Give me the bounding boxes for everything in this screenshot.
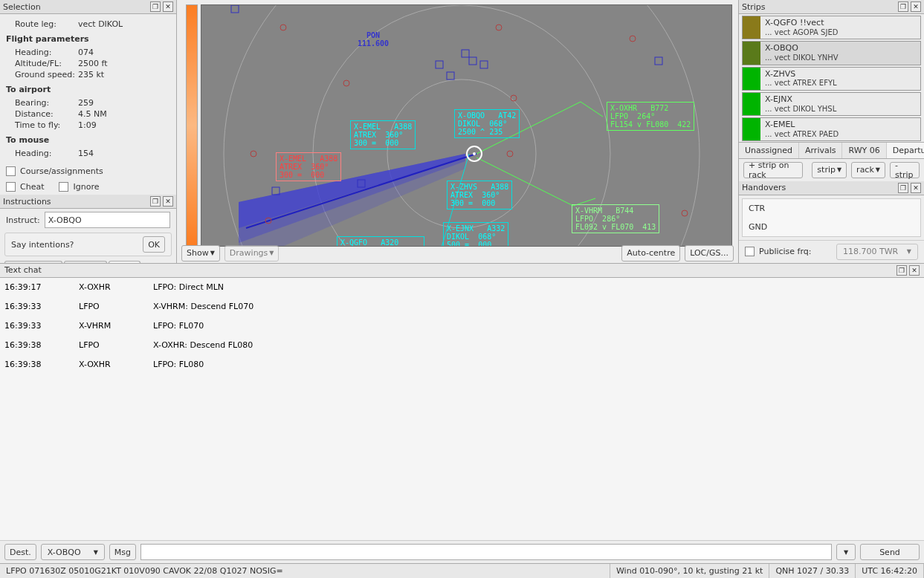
- chevron-down-icon: ▼: [907, 248, 911, 255]
- strip-on-rack-button[interactable]: + strip on rack: [743, 162, 803, 178]
- chevron-down-icon: ▼: [94, 549, 98, 556]
- chat-log[interactable]: 16:39:17X-OXHRLFPO: Direct MLN16:39:33LF…: [0, 278, 924, 542]
- freq-combo[interactable]: 118.700 TWR▼: [836, 244, 918, 260]
- strip-color: [743, 42, 760, 64]
- tag-vhrm[interactable]: X-VHRM B744 LFPO 286° FL092 v FL070 413: [572, 204, 659, 233]
- strip-color: [743, 16, 760, 39]
- ignore-checkbox[interactable]: [59, 182, 68, 192]
- strip-row[interactable]: X-EJNX... vect DIKOL YHSL: [742, 92, 921, 116]
- say-intentions-label: Say intentions?: [11, 240, 138, 250]
- metar-text: LFPO 071630Z 05010G21KT 010V090 CAVOK 22…: [0, 564, 610, 578]
- handovers-title: Handovers: [742, 183, 896, 192]
- chat-row: 16:39:33LFPOX-VHRM: Descend FL070: [0, 296, 924, 316]
- restore-icon[interactable]: ❐: [150, 1, 161, 12]
- rack-menu-button[interactable]: rack▼: [851, 162, 885, 178]
- strip-color: [743, 93, 760, 115]
- chat-row: 16:39:17X-OXHRLFPO: Direct MLN: [0, 278, 924, 297]
- drawings-button[interactable]: Drawings▼: [224, 245, 280, 262]
- qnh-text: QNH 1027 / 30.33: [769, 564, 856, 578]
- dist-value: 4.5 NM: [78, 109, 107, 119]
- cheat-checkbox[interactable]: [6, 182, 16, 192]
- tab-departures[interactable]: Departures: [887, 143, 924, 158]
- strips-list: X-QGFO !!vect... vect AGOPA SJEDX-OBQO..…: [739, 14, 924, 141]
- route-leg-value: vect DIKOL: [78, 19, 123, 29]
- dist-key: Distance:: [15, 109, 78, 119]
- dest-button[interactable]: Dest.: [4, 544, 36, 560]
- route-leg-key: Route leg:: [15, 19, 78, 29]
- close-icon[interactable]: ✕: [163, 1, 173, 12]
- svg-point-14: [343, 80, 349, 86]
- tag-emel[interactable]: X-EMEL A388 ATREX 360° 300 = 000: [350, 120, 416, 149]
- strip-row[interactable]: X-QGFO !!vect... vect AGOPA SJED: [742, 16, 921, 39]
- locgs-button[interactable]: LOC/GS...: [685, 245, 734, 262]
- altitude-ruler[interactable]: [186, 4, 198, 247]
- close-icon[interactable]: ✕: [163, 196, 173, 207]
- tag-oxhr[interactable]: X-OXHR B772 LFPO 264° FL154 v FL080 422: [607, 102, 694, 131]
- wind-text: Wind 010-090°, 10 kt, gusting 21 kt: [610, 564, 769, 578]
- course-checkbox[interactable]: [6, 166, 16, 176]
- selection-header: Selection ❐ ✕: [0, 0, 176, 14]
- tab-unassigned[interactable]: Unassigned: [739, 143, 799, 158]
- chevron-down-icon: ▼: [210, 250, 215, 256]
- strip-menu-button[interactable]: strip▼: [812, 162, 847, 178]
- to-airport-title: To airport: [6, 85, 170, 94]
- tab-rwy[interactable]: RWY 06: [842, 143, 886, 158]
- tag-warn[interactable]: X-EMEL A388 ATREX 360° 300 = 000: [276, 152, 341, 181]
- handovers-list[interactable]: CTR GND: [742, 198, 921, 237]
- close-icon[interactable]: ✕: [911, 1, 921, 12]
- chevron-down-icon: ▼: [844, 549, 848, 556]
- svg-rect-27: [469, 57, 476, 65]
- svg-rect-31: [231, 5, 239, 13]
- restore-icon[interactable]: ❐: [898, 183, 908, 193]
- svg-rect-24: [358, 180, 365, 187]
- publicise-checkbox[interactable]: [745, 247, 755, 256]
- strip-row[interactable]: X-OBQO... vect DIKOL YNHV: [742, 41, 921, 65]
- strips-header: Strips ❐ ✕: [739, 0, 924, 14]
- dest-combo[interactable]: X-OBQO▼: [41, 544, 105, 560]
- publicise-label: Publicise frq:: [759, 247, 812, 256]
- svg-point-18: [507, 151, 513, 157]
- remove-strip-button[interactable]: - strip: [890, 162, 920, 178]
- handover-item[interactable]: GND: [743, 218, 920, 236]
- svg-point-16: [265, 218, 271, 224]
- mouse-heading-value: 154: [78, 149, 94, 158]
- strip-text: X-QGFO !!vect... vect AGOPA SJED: [760, 16, 842, 39]
- strip-text: X-EJNX... vect DIKOL YHSL: [760, 93, 841, 115]
- restore-icon[interactable]: ❐: [898, 1, 908, 12]
- tag-zhvs[interactable]: X-ZHVS A388 ATREX 360° 300 = 000: [447, 181, 512, 210]
- svg-rect-29: [462, 50, 469, 57]
- send-button[interactable]: Send: [860, 544, 920, 560]
- chat-history-combo[interactable]: ▼: [836, 544, 856, 560]
- svg-point-19: [511, 95, 517, 101]
- to-mouse-title: To mouse: [6, 135, 170, 145]
- autocentre-button[interactable]: Auto-centre: [621, 245, 680, 262]
- show-button[interactable]: Show▼: [181, 245, 220, 262]
- gs-value: 235 kt: [78, 70, 104, 79]
- utc-text: UTC 16:42:20: [856, 564, 924, 578]
- close-icon[interactable]: ✕: [911, 183, 921, 193]
- heading-key: Heading:: [15, 48, 78, 57]
- ttf-value: 1:09: [78, 120, 97, 130]
- svg-point-13: [630, 36, 636, 42]
- restore-icon[interactable]: ❐: [150, 196, 161, 207]
- chevron-down-icon: ▼: [269, 250, 274, 256]
- strip-row[interactable]: X-ZHVS... vect ATREX EFYL: [742, 67, 921, 91]
- instruct-input[interactable]: [45, 212, 170, 228]
- msg-button[interactable]: Msg: [109, 544, 136, 560]
- handover-item[interactable]: CTR: [743, 199, 920, 218]
- instructions-header: Instructions ❐ ✕: [0, 195, 176, 209]
- restore-icon[interactable]: ❐: [896, 265, 907, 276]
- radar-scope[interactable]: PON 111.600 MLN 113.600 X-OBQO AT42 DIKO…: [201, 4, 732, 247]
- say-ok-button[interactable]: OK: [143, 236, 165, 253]
- svg-rect-25: [436, 61, 443, 68]
- selection-title: Selection: [3, 2, 148, 12]
- close-icon[interactable]: ✕: [909, 265, 920, 276]
- strip-text: X-OBQO... vect DIKOL YNHV: [760, 42, 843, 64]
- chat-input[interactable]: [140, 544, 832, 560]
- tag-obqo[interactable]: X-OBQO AT42 DIKOL 068° 2500 ^ 235: [454, 109, 520, 138]
- strip-row[interactable]: X-EMEL... vect ATREX PAED: [742, 117, 921, 141]
- svg-point-12: [496, 25, 502, 30]
- tab-arrivals[interactable]: Arrivals: [799, 143, 842, 158]
- chat-row: 16:39:38X-OXHRLFPO: FL080: [0, 354, 924, 374]
- svg-rect-26: [447, 72, 454, 79]
